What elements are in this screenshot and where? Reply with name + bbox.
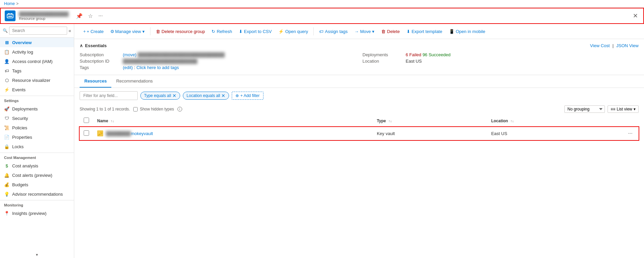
sidebar-item-deployments[interactable]: 🚀 Deployments	[0, 104, 74, 114]
sidebar-item-cost-alerts[interactable]: 🔔 Cost alerts (preview)	[0, 170, 74, 180]
tab-resources[interactable]: Resources	[80, 75, 111, 88]
name-col-label: Name	[97, 119, 108, 123]
manage-view-chevron: ▾	[142, 29, 145, 34]
list-view-chevron: ▾	[634, 107, 636, 111]
move-icon: →	[355, 29, 359, 34]
list-view-button[interactable]: ≡≡ List view ▾	[608, 105, 639, 113]
more-button[interactable]: ···	[97, 12, 104, 20]
subscription-id-label: Subscription ID	[80, 59, 120, 64]
subscription-move-link[interactable]: (move)	[123, 52, 136, 57]
export-csv-button[interactable]: ⬇ Export to CSV	[236, 27, 274, 36]
filter-input[interactable]	[80, 91, 138, 100]
open-query-button[interactable]: ⚡ Open query	[276, 27, 311, 36]
page-header: ████████████████ Resource group 📌 ☆ ··· …	[0, 8, 644, 24]
tab-recommendations[interactable]: Recommendations	[111, 75, 157, 88]
open-mobile-button[interactable]: 📱 Open in mobile	[446, 27, 488, 36]
sidebar-item-insights[interactable]: 📍 Insights (preview)	[0, 208, 74, 218]
deployments-label: Deployments	[363, 52, 403, 57]
sidebar-item-resource-visualizer[interactable]: ⬡ Resource visualizer	[0, 75, 74, 85]
move-button[interactable]: → Move ▾	[352, 27, 377, 36]
header-resource-type: Resource group	[19, 17, 68, 21]
create-button[interactable]: ＋ + Create	[80, 27, 106, 36]
resource-name-blurred: ████████	[106, 131, 131, 136]
resource-name-link[interactable]: ████████mokeyvault	[106, 131, 153, 136]
sidebar-scroll-indicator: ▼	[0, 252, 74, 258]
view-cost-link[interactable]: View Cost	[590, 43, 610, 48]
row-checkbox[interactable]	[84, 130, 89, 136]
tags-label: Tags	[80, 65, 120, 70]
export-template-icon: ⬇	[407, 29, 410, 34]
sidebar-search-container: 🔍 «	[0, 24, 74, 38]
sidebar-item-locks[interactable]: 🔒 Locks	[0, 142, 74, 151]
header-name[interactable]: Name ↑↓	[93, 115, 373, 127]
show-hidden-checkbox[interactable]	[133, 107, 138, 111]
type-filter-remove[interactable]: ✕	[172, 93, 176, 98]
tags-icon: 🏷	[4, 68, 9, 73]
deployments-failed-link[interactable]: 6 Failed	[406, 52, 421, 57]
sidebar-item-policies[interactable]: 📜 Policies	[0, 123, 74, 132]
sidebar-label-overview: Overview	[12, 40, 32, 45]
sidebar-item-events[interactable]: ⚡ Events	[0, 85, 74, 94]
location-filter-tag: Location equals all ✕	[183, 92, 229, 100]
row-type-value: Key vault	[377, 131, 395, 136]
assign-tags-button[interactable]: 🏷 Assign tags	[316, 27, 350, 36]
svg-point-5	[11, 15, 12, 17]
sidebar-item-iam[interactable]: 👤 Access control (IAM)	[0, 57, 74, 66]
sidebar-label-budgets: Budgets	[12, 182, 28, 187]
sidebar-item-budgets[interactable]: 💰 Budgets	[0, 180, 74, 189]
breadcrumb-home[interactable]: Home	[4, 1, 15, 6]
sidebar-item-cost-analysis[interactable]: $ Cost analysis	[0, 161, 74, 170]
overview-icon: ⊞	[4, 40, 9, 45]
header-actions-col	[622, 115, 639, 127]
breadcrumb-separator: >	[16, 1, 19, 6]
favorite-button[interactable]: ☆	[87, 12, 94, 20]
resource-name-container: 🔑 ████████mokeyvault	[97, 130, 369, 136]
list-view-label: List view	[617, 107, 632, 111]
delete-button[interactable]: 🗑 Delete	[379, 27, 402, 36]
records-bar: Showing 1 to 1 of 1 records. Show hidden…	[74, 103, 644, 115]
assign-tags-icon: 🏷	[319, 29, 324, 34]
refresh-button[interactable]: ↻ Refresh	[209, 27, 235, 36]
sidebar-item-properties[interactable]: 📄 Properties	[0, 132, 74, 142]
subscription-id-value: ████████████████████████	[123, 59, 197, 64]
collapse-sidebar-button[interactable]: «	[68, 28, 71, 33]
search-input[interactable]	[9, 27, 67, 35]
filter-bar: Type equals all ✕ Location equals all ✕ …	[74, 88, 644, 103]
sidebar-item-tags[interactable]: 🏷 Tags	[0, 66, 74, 75]
delete-rg-button[interactable]: 🗑 Delete resource group	[153, 27, 208, 36]
table-body: 🔑 ████████mokeyvault Key vault East	[80, 127, 639, 140]
header-type[interactable]: Type ↑↓	[373, 115, 487, 127]
sidebar-item-activity-log[interactable]: 📋 Activity log	[0, 47, 74, 57]
location-filter-remove[interactable]: ✕	[221, 93, 225, 98]
row-more-button[interactable]: ···	[626, 130, 635, 137]
show-hidden-info-icon[interactable]: i	[177, 107, 182, 111]
grouping-select[interactable]: No groupingResource typeLocationResource…	[564, 105, 605, 113]
deployments-succeeded-link[interactable]: 96 Succeeded	[422, 52, 450, 57]
sidebar-item-security[interactable]: 🛡 Security	[0, 114, 74, 123]
sidebar-section-cost-management: Cost Management	[0, 153, 74, 161]
close-button[interactable]: ✕	[632, 11, 639, 20]
delete-icon: 🗑	[381, 29, 386, 34]
export-template-button[interactable]: ⬇ Export template	[404, 27, 445, 36]
header-location[interactable]: Location ↑↓	[487, 115, 622, 127]
pin-button[interactable]: 📌	[75, 12, 84, 20]
events-icon: ⚡	[4, 87, 9, 92]
sidebar-item-advisor-recommendations[interactable]: 💡 Advisor recommendations	[0, 189, 74, 199]
search-icon: 🔍	[3, 28, 8, 33]
add-filter-label: + Add filter	[240, 93, 259, 98]
sidebar-label-locks: Locks	[12, 144, 24, 149]
open-query-icon: ⚡	[278, 29, 284, 34]
select-all-checkbox[interactable]	[84, 118, 89, 123]
json-view-link[interactable]: JSON View	[616, 43, 639, 48]
tags-add-link[interactable]: Click here to add tags	[136, 65, 179, 70]
add-filter-button[interactable]: ⊕ + Add filter	[232, 92, 263, 100]
add-filter-icon: ⊕	[235, 93, 239, 98]
row-checkbox-cell	[80, 127, 93, 140]
essentials-header[interactable]: ∧ Essentials	[80, 43, 107, 48]
cost-alerts-icon: 🔔	[4, 172, 9, 178]
manage-view-button[interactable]: ⚙ Manage view ▾	[108, 27, 147, 36]
svg-point-4	[9, 15, 11, 17]
subscription-id-row: Subscription ID ████████████████████████	[80, 58, 356, 64]
tags-edit-link[interactable]: (edit)	[123, 65, 133, 70]
sidebar-item-overview[interactable]: ⊞ Overview	[0, 38, 74, 47]
